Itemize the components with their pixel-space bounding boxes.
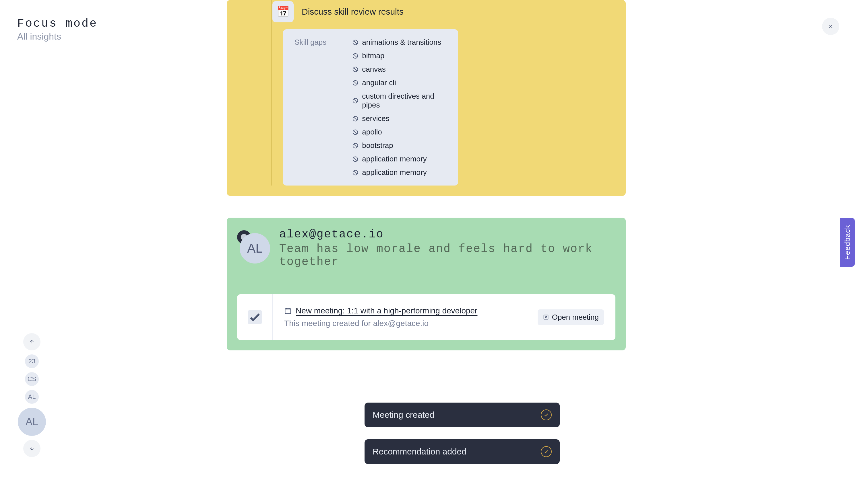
skill-item: custom directives and pipes <box>352 92 446 109</box>
check-icon <box>544 449 549 454</box>
toast: Meeting created <box>365 403 560 427</box>
external-link-icon <box>543 314 549 320</box>
blocked-icon <box>352 115 359 122</box>
timeline-line <box>271 0 272 185</box>
svg-rect-10 <box>285 309 291 313</box>
checkmark-badge <box>248 310 262 324</box>
header: Focus mode All insights <box>17 17 98 42</box>
blocked-icon <box>352 39 359 45</box>
toast-check-icon <box>541 446 552 457</box>
calendar-icon: 📅 <box>272 1 293 22</box>
skill-item-label: bitmap <box>362 51 384 60</box>
blocked-icon <box>352 169 359 176</box>
blocked-icon <box>352 80 359 86</box>
skill-item: bitmap <box>352 51 446 60</box>
toast: Recommendation added <box>365 439 560 464</box>
check-icon <box>248 310 262 324</box>
calendar-icon <box>284 307 291 314</box>
meeting-text: New meeting: 1:1 with a high-performing … <box>284 306 477 328</box>
arrow-down-icon <box>29 446 34 451</box>
meeting-link[interactable]: New meeting: 1:1 with a high-performing … <box>296 306 477 315</box>
action-row: 📅 Discuss skill review results <box>237 0 615 29</box>
insight-nav: 23 CS AL AL <box>18 333 46 457</box>
open-meeting-label: Open meeting <box>552 313 599 322</box>
nav-next-button[interactable] <box>23 440 40 457</box>
nav-item[interactable]: CS <box>25 372 39 386</box>
skill-item-label: services <box>362 114 389 123</box>
blocked-icon <box>352 66 359 73</box>
skill-item: bootstrap <box>352 141 446 150</box>
page-title: Focus mode <box>17 17 98 30</box>
avatar: AL <box>237 233 270 264</box>
blocked-icon <box>352 156 359 162</box>
blocked-icon <box>352 142 359 149</box>
skill-item: angular cli <box>352 78 446 87</box>
skill-review-card: 📅 Discuss skill review results Skill gap… <box>227 0 626 196</box>
skill-item: animations & transitions <box>352 38 446 47</box>
meeting-link-row: New meeting: 1:1 with a high-performing … <box>284 306 477 315</box>
action-label: Discuss skill review results <box>302 7 404 16</box>
nav-item[interactable]: AL <box>25 390 39 404</box>
feedback-tab[interactable]: Feedback <box>840 218 855 267</box>
close-button[interactable] <box>822 18 839 35</box>
skill-item-label: application memory <box>362 155 427 164</box>
skill-item: application memory <box>352 155 446 164</box>
card-header: AL alex@getace.io Team has low morale an… <box>237 228 615 268</box>
skill-item-label: apollo <box>362 128 382 136</box>
page-subtitle: All insights <box>17 31 98 42</box>
blocked-icon <box>352 98 359 104</box>
card-stack: 📅 Discuss skill review results Skill gap… <box>227 0 626 350</box>
card-titles: alex@getace.io Team has low morale and f… <box>279 228 615 268</box>
skill-gaps-list: animations & transitions bitmap canvas a… <box>352 38 446 177</box>
skill-item-label: angular cli <box>362 78 396 87</box>
morale-insight-card: AL alex@getace.io Team has low morale an… <box>227 218 626 350</box>
close-icon <box>828 24 834 29</box>
blocked-icon <box>352 129 359 135</box>
skill-item-label: canvas <box>362 65 385 74</box>
skill-item: application memory <box>352 168 446 177</box>
check-icon <box>544 412 549 417</box>
nav-prev-button[interactable] <box>23 333 40 350</box>
skill-item: canvas <box>352 65 446 74</box>
nav-item[interactable]: 23 <box>25 354 39 368</box>
toast-check-icon <box>541 409 552 420</box>
blocked-icon <box>352 53 359 59</box>
skill-item: apollo <box>352 128 446 136</box>
skill-item-label: custom directives and pipes <box>362 92 446 109</box>
toast-text: Recommendation added <box>373 447 466 456</box>
skill-item-label: animations & transitions <box>362 38 441 47</box>
card-person-email: alex@getace.io <box>279 228 615 241</box>
toast-text: Meeting created <box>373 410 434 420</box>
meeting-row: New meeting: 1:1 with a high-performing … <box>237 294 615 340</box>
meeting-status-cell <box>237 294 273 340</box>
arrow-up-icon <box>29 339 34 344</box>
skill-item-label: bootstrap <box>362 141 393 150</box>
card-insight-text: Team has low morale and feels hard to wo… <box>279 243 615 268</box>
meeting-desc: This meeting created for alex@getace.io <box>284 319 477 328</box>
skill-gaps-title: Skill gaps <box>294 38 327 177</box>
toast-stack: Meeting created Recommendation added <box>365 403 560 464</box>
nav-item-active[interactable]: AL <box>18 408 46 436</box>
avatar-initials: AL <box>240 233 270 264</box>
skill-gaps-box: Skill gaps animations & transitions bitm… <box>283 29 458 185</box>
meeting-body: New meeting: 1:1 with a high-performing … <box>273 294 615 340</box>
skill-item-label: application memory <box>362 168 427 177</box>
open-meeting-button[interactable]: Open meeting <box>538 309 604 325</box>
skill-item: services <box>352 114 446 123</box>
